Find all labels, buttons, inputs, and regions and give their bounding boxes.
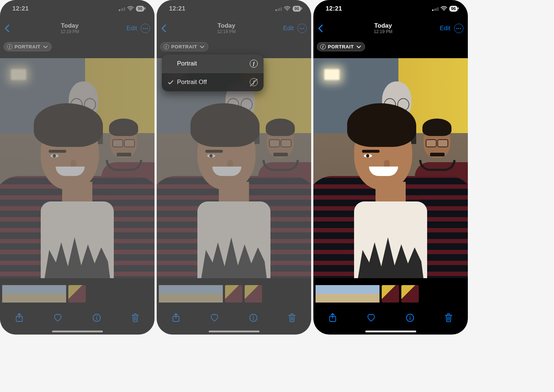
portrait-badge-label: PORTRAIT [328,44,354,49]
thumbnail[interactable] [225,285,242,303]
svg-point-3 [96,316,97,316]
thumbnail-current[interactable] [68,285,86,303]
battery-icon: 96 [449,6,458,12]
favorite-button[interactable] [51,311,65,325]
edit-button[interactable]: Edit [283,25,294,32]
favorite-button[interactable] [207,311,222,325]
toolbar [157,308,311,328]
svg-point-8 [443,10,444,11]
thumbnail[interactable] [382,285,399,303]
screenshot-1-portrait-badge: 12:21 96 Today 12:19 PM Edit f PORTRAIT [0,0,154,335]
status-time: 12:21 [169,5,185,12]
portrait-badge[interactable]: f PORTRAIT [160,42,208,51]
nav-bar: Today 12:19 PM Edit [0,19,154,38]
svg-point-7 [253,316,253,316]
wifi-icon [284,6,290,11]
share-button[interactable] [325,311,340,325]
battery-icon: 96 [293,6,301,12]
back-button[interactable] [318,24,326,32]
info-button[interactable] [246,311,261,325]
checkmark-icon [168,80,173,85]
delete-button[interactable] [285,311,299,325]
menu-item-portrait[interactable]: Portrait f [162,55,264,73]
nav-title: Today [374,22,392,29]
menu-item-portrait-off[interactable]: Portrait Off f [162,73,264,91]
thumbnail-current[interactable] [245,285,262,303]
edit-button[interactable]: Edit [127,25,137,32]
nav-subtitle: 12:19 PM [374,29,392,35]
nav-subtitle: 12:19 PM [217,29,236,35]
toolbar [313,308,468,328]
aperture-icon: f [250,60,258,68]
thumbnail-strip[interactable] [159,284,309,304]
more-button[interactable] [454,24,463,33]
portrait-menu: Portrait f Portrait Off f [162,55,264,91]
photo-content [313,58,468,278]
home-indicator[interactable] [365,331,416,332]
info-button[interactable] [89,311,104,325]
status-time: 12:21 [326,5,342,12]
home-indicator[interactable] [209,331,260,332]
thumbnail-strip[interactable] [316,284,466,304]
share-button[interactable] [169,311,183,325]
nav-subtitle: 12:19 PM [60,29,79,35]
chevron-down-icon [43,45,48,48]
cellular-icon [432,7,438,11]
more-button[interactable] [297,24,307,33]
aperture-icon: f [7,44,12,49]
status-time: 12:21 [12,5,29,12]
delete-button[interactable] [441,311,456,325]
wifi-icon [127,6,134,11]
thumbnail-current[interactable] [401,285,419,303]
toolbar [0,308,154,328]
status-bar: 12:21 96 [0,0,154,17]
edit-button[interactable]: Edit [440,25,450,32]
nav-title: Today [60,22,79,29]
photo-viewport[interactable] [0,58,154,278]
chevron-down-icon [357,45,361,48]
nav-bar: Today 12:19 PM Edit [313,19,468,38]
portrait-badge-label: PORTRAIT [171,44,197,49]
cellular-icon [119,7,125,11]
chevron-down-icon [200,45,204,48]
menu-item-label: Portrait [177,60,197,67]
aperture-icon: f [164,44,169,49]
battery-icon: 96 [136,6,144,12]
info-button[interactable] [403,311,417,325]
cellular-icon [276,7,282,11]
more-button[interactable] [141,24,150,33]
share-button[interactable] [12,311,27,325]
aperture-icon: f [320,44,326,49]
svg-point-4 [287,10,288,11]
screenshot-3-result: 12:21 96 Today 12:19 PM Edit f PORTRAIT [313,0,468,335]
nav-bar: Today 12:19 PM Edit [157,19,311,38]
menu-item-label: Portrait Off [177,79,207,86]
portrait-badge[interactable]: f PORTRAIT [317,42,365,51]
status-bar: 12:21 96 [313,0,468,17]
thumbnail-strip[interactable] [2,284,152,304]
screenshot-2-portrait-menu: 12:21 96 Today 12:19 PM Edit f PORTRAIT [157,0,311,335]
svg-point-11 [409,316,410,316]
status-bar: 12:21 96 [157,0,311,17]
back-button[interactable] [161,24,170,32]
delete-button[interactable] [128,311,142,325]
back-button[interactable] [4,24,13,32]
photo-content [0,58,154,278]
nav-title: Today [217,22,236,29]
aperture-off-icon: f [250,78,258,86]
wifi-icon [441,6,447,11]
photo-viewport[interactable] [313,58,468,278]
portrait-badge-label: PORTRAIT [15,44,40,49]
svg-point-0 [130,10,131,11]
favorite-button[interactable] [364,311,378,325]
portrait-badge[interactable]: f PORTRAIT [4,42,52,51]
home-indicator[interactable] [52,331,103,332]
